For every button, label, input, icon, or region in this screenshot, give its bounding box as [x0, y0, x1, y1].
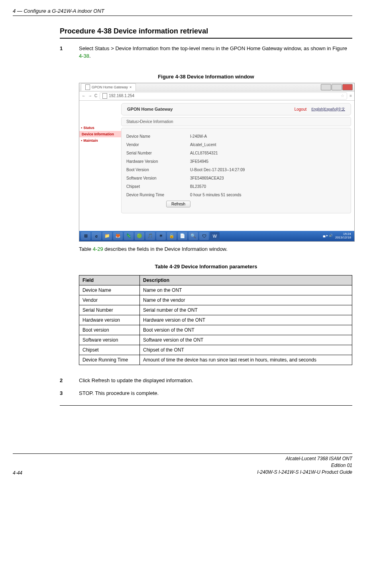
app4-icon[interactable]: 📄 [178, 232, 187, 240]
back-icon[interactable]: ← [82, 94, 86, 98]
minimize-button[interactable] [321, 84, 331, 90]
figure-ref-link[interactable]: 4-38 [79, 53, 89, 59]
start-button[interactable]: ⊞ [81, 232, 90, 240]
footer-product: Alcatel-Lucent 7368 ISAM ONT [257, 455, 352, 462]
refresh-button[interactable]: Refresh [166, 201, 190, 207]
table-caption: Table 4-29 Device Information parameters [60, 264, 352, 270]
app3-icon[interactable]: 🔓 [167, 232, 177, 240]
table-row: VendorName of the vendor [79, 295, 352, 305]
field-cell: Chipset [79, 345, 140, 355]
desc-cell: Boot version of the ONT [140, 325, 352, 335]
table-header-description: Description [140, 275, 352, 285]
info-value: I-240W-A [190, 134, 207, 139]
info-row: ChipsetBL23570 [126, 182, 346, 191]
step-2: 2 Click Refresh to update the displayed … [60, 377, 352, 385]
table-ref-link[interactable]: 4-29 [93, 246, 103, 252]
page-footer: 4-44 Alcatel-Lucent 7368 ISAM ONT Editio… [13, 453, 352, 475]
step-text: STOP. This procedure is complete. [79, 390, 352, 397]
field-cell: Serial Number [79, 305, 140, 315]
word-icon[interactable]: W [210, 232, 220, 240]
media-icon[interactable]: 🎵 [145, 232, 155, 240]
app2-icon[interactable]: ☀ [156, 232, 166, 240]
clock-date: 2013/12/18 [335, 236, 351, 240]
step1-text-b: . [89, 53, 91, 59]
shield-icon[interactable]: 🛡 [199, 232, 209, 240]
url-text: 192.168.1.254 [109, 94, 134, 98]
field-cell: Vendor [79, 295, 140, 305]
desc-cell: Name on the ONT [140, 285, 352, 295]
reload-icon[interactable]: C [94, 94, 97, 98]
step-3: 3 STOP. This procedure is complete. [60, 390, 352, 397]
table-row: ChipsetChipset of the ONT [79, 345, 352, 355]
desc-cell: Hardware version of the ONT [140, 315, 352, 325]
field-cell: Device Name [79, 285, 140, 295]
step1-text-a: Select Status > Device Information from … [79, 45, 347, 51]
desc-cell: Software version of the ONT [140, 335, 352, 345]
banner-title: GPON Home Gateway [127, 107, 173, 111]
browser-tab[interactable]: GPON Home Gateway × [81, 83, 136, 91]
info-label: Vendor [126, 143, 190, 147]
footer-edition: Edition 01 [257, 462, 352, 469]
sidebar-item-maintain[interactable]: ▪Maintain [79, 137, 121, 144]
plus-icon: ▪ [81, 139, 82, 143]
close-button[interactable] [342, 84, 353, 90]
ie-icon[interactable]: e [92, 232, 101, 240]
info-row: Hardware Version3FE54945 [126, 157, 346, 166]
table-row: Boot versionBoot version of the ONT [79, 325, 352, 335]
table-row: Software versionSoftware version of the … [79, 335, 352, 345]
tab-close-icon[interactable]: × [130, 85, 132, 89]
step-number: 1 [60, 45, 79, 60]
field-cell: Software version [79, 335, 140, 345]
sidebar-item-device-information[interactable]: Device Information [79, 131, 121, 137]
info-label: Boot Version [126, 168, 190, 172]
field-cell: Device Running Time [79, 355, 140, 365]
table-row: Hardware versionHardware version of the … [79, 315, 352, 325]
page-icon [85, 84, 90, 90]
breadcrumb: Status>Device Information [121, 117, 351, 126]
app-icon[interactable]: 🦎 [124, 232, 133, 240]
step-1: 1 Select Status > Device Information fro… [60, 45, 352, 60]
table-row: Device NameName on the ONT [79, 285, 352, 295]
window-controls [321, 84, 353, 90]
browser-menu-icon[interactable] [349, 94, 352, 98]
search-icon[interactable]: 🔍 [188, 232, 198, 240]
info-row: Serial NumberALCL87654321 [126, 149, 346, 157]
info-value: 3FE54869ACEA23 [190, 176, 224, 180]
desc-cell: Serial number of the ONT [140, 305, 352, 315]
tray-icons: ▄ ▸ 🔊 [323, 234, 333, 238]
step-number: 2 [60, 377, 79, 385]
language-links[interactable]: English|Español|中文 [311, 107, 345, 112]
table-row: Serial NumberSerial number of the ONT [79, 305, 352, 315]
procedure-title: Procedure 4-38 Device information retrie… [60, 27, 352, 39]
explorer-icon[interactable]: 📁 [102, 232, 112, 240]
chapter-header: 4 — Configure a G-241W-A indoor ONT [13, 8, 352, 16]
firefox-icon[interactable]: 🦊 [113, 232, 123, 240]
system-tray[interactable]: ▄ ▸ 🔊 15:24 2013/12/18 [323, 232, 353, 240]
device-info-panel: Device NameI-240W-A VendorAlcatel_Lucent… [121, 128, 351, 213]
nav-sidebar: ▪Status Device Information ▪Maintain [79, 101, 121, 215]
page-number: 4-44 [13, 470, 22, 476]
page-banner: GPON Home Gateway Logout English|Español… [121, 103, 351, 115]
bookmark-star-icon[interactable] [341, 94, 344, 98]
info-value: Alcatel_Lucent [190, 143, 216, 147]
info-label: Device Name [126, 134, 190, 139]
table-intro-text: Table 4-29 describes the fields in the D… [79, 246, 352, 253]
info-label: Serial Number [126, 151, 190, 155]
info-row: Device NameI-240W-A [126, 132, 346, 141]
footer-guide: I-240W-S I-241W-S I-241W-U Product Guide [257, 469, 352, 476]
info-value: 0 hour 5 minutes 51 seconds [190, 193, 241, 197]
forward-icon[interactable]: → [88, 94, 92, 98]
desc-cell: Chipset of the ONT [140, 345, 352, 355]
intro-b: describes the fields in the Device Infor… [103, 246, 228, 252]
logout-link[interactable]: Logout [294, 107, 307, 111]
url-field[interactable]: 192.168.1.254 [100, 92, 347, 100]
tab-title: GPON Home Gateway [92, 85, 128, 89]
info-label: Software Version [126, 176, 190, 180]
maximize-button[interactable] [332, 84, 342, 90]
intro-a: Table [79, 246, 93, 252]
sidebar-item-status[interactable]: ▪Status [79, 125, 121, 131]
minus-icon: ▪ [81, 126, 82, 130]
site-icon [102, 93, 107, 99]
step-text: Click Refresh to update the displayed in… [79, 377, 352, 385]
chrome-icon[interactable]: 🟢 [135, 232, 144, 240]
